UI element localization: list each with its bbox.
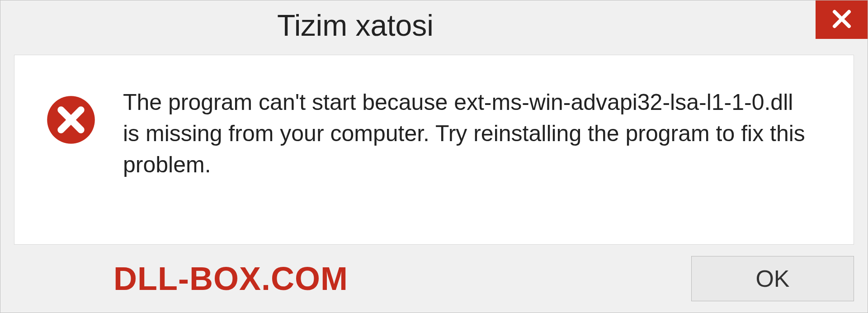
watermark-text: DLL-BOX.COM xyxy=(113,260,348,297)
error-message: The program can't start because ext-ms-w… xyxy=(123,87,815,180)
content-area: The program can't start because ext-ms-w… xyxy=(14,55,854,245)
error-dialog: Tizim xatosi The program can't start bec… xyxy=(0,0,868,313)
ok-button[interactable]: OK xyxy=(691,256,854,301)
close-icon xyxy=(831,8,853,32)
dialog-footer: DLL-BOX.COM OK xyxy=(0,245,868,313)
error-icon xyxy=(46,95,96,145)
close-button[interactable] xyxy=(816,0,868,39)
dialog-title: Tizim xatosi xyxy=(277,8,434,43)
titlebar: Tizim xatosi xyxy=(0,0,868,50)
